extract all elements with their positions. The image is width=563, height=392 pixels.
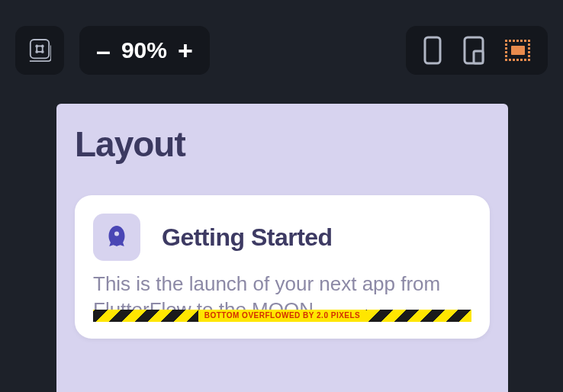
svg-rect-26 (528, 55, 530, 57)
svg-rect-18 (528, 40, 530, 42)
svg-rect-30 (516, 59, 519, 61)
tablet-icon (462, 36, 485, 65)
design-canvas[interactable]: Layout Getting Started This is the launc… (56, 104, 508, 392)
svg-rect-19 (505, 43, 507, 46)
card-icon-badge (93, 214, 140, 261)
svg-rect-15 (516, 40, 519, 42)
svg-rect-16 (520, 40, 523, 42)
svg-rect-25 (505, 55, 507, 57)
svg-rect-11 (474, 51, 483, 63)
svg-rect-32 (524, 59, 526, 61)
rocket-icon (103, 223, 130, 251)
svg-rect-24 (528, 51, 530, 53)
svg-rect-34 (511, 46, 525, 55)
svg-rect-31 (520, 59, 523, 61)
device-preview-group (406, 26, 548, 75)
pixel-grid-icon (505, 40, 531, 61)
mobile-icon (423, 36, 442, 65)
svg-rect-20 (528, 43, 530, 46)
device-tablet-button[interactable] (462, 36, 485, 65)
getting-started-card[interactable]: Getting Started This is the launch of yo… (75, 195, 490, 339)
top-toolbar: – 90% + (0, 26, 563, 75)
svg-rect-9 (425, 37, 440, 63)
overflow-warning-strip: BOTTOM OVERFLOWED BY 2.0 PIXELS (93, 310, 471, 322)
svg-rect-12 (505, 40, 507, 42)
zoom-out-button[interactable]: – (96, 37, 111, 63)
svg-rect-21 (505, 47, 507, 50)
svg-rect-23 (505, 51, 507, 53)
page-title: Layout (75, 124, 490, 165)
svg-rect-0 (31, 40, 49, 58)
svg-point-35 (114, 232, 119, 236)
svg-rect-33 (528, 59, 530, 61)
svg-rect-13 (509, 40, 511, 42)
svg-rect-27 (505, 59, 507, 61)
card-title: Getting Started (162, 223, 333, 252)
svg-rect-29 (513, 59, 515, 61)
keyboard-shortcuts-button[interactable] (15, 26, 64, 75)
zoom-value: 90% (121, 37, 167, 63)
device-mobile-button[interactable] (423, 36, 442, 65)
svg-rect-28 (509, 59, 511, 61)
svg-rect-14 (513, 40, 515, 42)
device-grid-button[interactable] (505, 40, 531, 61)
command-icon (28, 39, 51, 62)
overflow-warning-label: BOTTOM OVERFLOWED BY 2.0 PIXELS (198, 310, 367, 322)
zoom-in-button[interactable]: + (178, 37, 193, 63)
zoom-control: – 90% + (79, 26, 210, 75)
card-header: Getting Started (93, 214, 471, 261)
svg-rect-22 (528, 47, 530, 50)
svg-rect-17 (524, 40, 526, 42)
